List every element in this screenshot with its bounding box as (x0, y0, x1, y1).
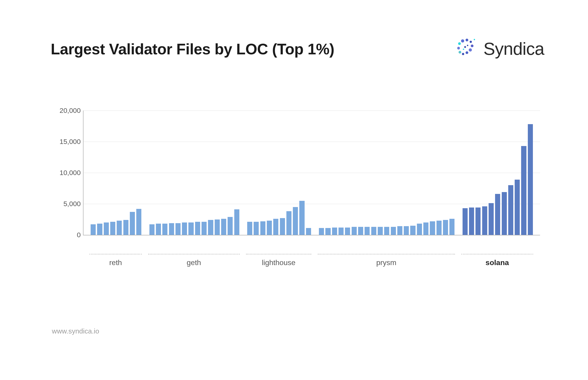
svg-point-2 (465, 39, 468, 41)
bar (299, 201, 305, 235)
group-label-lighthouse: lighthouse (246, 258, 311, 267)
bar (96, 224, 103, 235)
bar (247, 222, 253, 235)
bar (377, 227, 383, 235)
bar (357, 227, 364, 235)
svg-point-11 (467, 45, 468, 46)
bars-container (84, 111, 540, 235)
bar (331, 228, 338, 235)
bar (194, 222, 201, 235)
group-label-reth: reth (89, 258, 142, 267)
bar (416, 224, 423, 235)
svg-point-9 (457, 47, 460, 50)
bar (266, 221, 273, 235)
bar (227, 217, 233, 235)
brand-logo: Syndica (455, 37, 544, 60)
group-underline (148, 254, 240, 255)
y-tick-label: 0 (51, 231, 81, 239)
bar (155, 224, 162, 235)
bar (383, 227, 390, 235)
svg-point-3 (469, 41, 472, 43)
bar (292, 207, 299, 235)
bar (90, 224, 96, 235)
bar (397, 226, 403, 235)
bar (279, 218, 285, 235)
bar (123, 220, 129, 235)
svg-point-8 (458, 51, 461, 54)
svg-point-12 (463, 49, 464, 50)
group-label-geth: geth (148, 258, 240, 267)
bar (482, 206, 488, 235)
bar (371, 227, 377, 235)
bar (494, 194, 501, 235)
bar (462, 208, 468, 235)
bar (188, 223, 194, 235)
svg-point-0 (458, 42, 461, 45)
bar (168, 223, 175, 235)
plot-area (83, 111, 540, 235)
bar (207, 220, 214, 235)
group-underline (462, 254, 533, 255)
bar (175, 223, 181, 235)
group-underline (246, 254, 311, 255)
bar (514, 180, 521, 235)
group-label-prysm: prysm (318, 258, 455, 267)
bar (475, 208, 481, 235)
bar (449, 219, 455, 235)
bar (233, 209, 240, 235)
bar (364, 227, 370, 235)
bar (325, 228, 331, 235)
y-tick-label: 15,000 (51, 138, 81, 146)
bar (436, 221, 442, 235)
bar (103, 223, 109, 235)
y-tick-label: 20,000 (51, 107, 81, 114)
bar (507, 185, 514, 235)
svg-point-13 (474, 39, 475, 40)
bar (116, 221, 123, 235)
svg-point-5 (469, 48, 472, 52)
bar (305, 228, 312, 235)
bar (488, 203, 494, 235)
bar (181, 223, 188, 235)
bar (253, 222, 259, 235)
bar (149, 224, 155, 235)
bar (220, 219, 227, 235)
group-labels: rethgethlighthouseprysmsolana (83, 258, 540, 272)
chart-area: 05,00010,00015,00020,000 rethgethlightho… (51, 111, 540, 253)
bar (338, 228, 344, 235)
bar (201, 222, 207, 235)
bar (527, 124, 534, 235)
group-underline (89, 254, 142, 255)
bar (351, 227, 357, 235)
footer-url: www.syndica.io (52, 327, 99, 335)
bar (501, 192, 507, 235)
bar (260, 221, 266, 235)
brand-name: Syndica (483, 39, 544, 59)
bar (318, 228, 325, 235)
bar (442, 220, 449, 235)
bar (468, 208, 475, 235)
bar (136, 209, 142, 235)
bar (109, 222, 116, 235)
bar (286, 211, 292, 235)
svg-point-1 (461, 39, 464, 43)
svg-point-4 (471, 44, 473, 47)
bar (410, 226, 416, 235)
bar (214, 219, 220, 235)
group-label-solana: solana (462, 258, 533, 267)
svg-point-10 (464, 46, 466, 48)
svg-point-7 (462, 53, 464, 55)
bar (162, 224, 168, 235)
bar (129, 212, 136, 235)
chart-title: Largest Validator Files by LOC (Top 1%) (51, 40, 334, 58)
y-tick-label: 10,000 (51, 169, 81, 177)
svg-point-6 (465, 51, 468, 54)
bar (273, 219, 279, 235)
bar (423, 223, 429, 235)
group-underline (318, 254, 455, 255)
y-tick-label: 5,000 (51, 200, 81, 208)
bar (344, 228, 351, 235)
syndica-logo-icon (455, 37, 477, 60)
bar (521, 146, 527, 235)
bar (403, 226, 410, 235)
